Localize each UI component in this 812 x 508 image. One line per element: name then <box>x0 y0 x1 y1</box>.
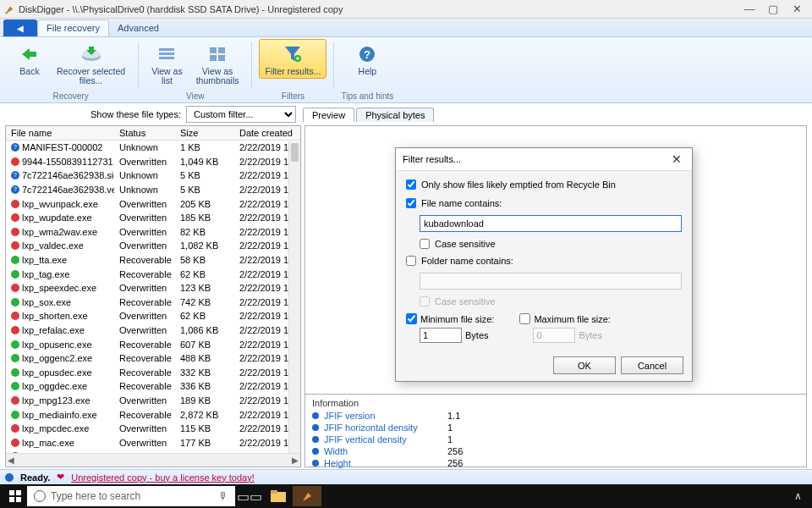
info-row: Height256 <box>312 457 799 469</box>
table-row[interactable]: lxp_mediainfo.exeRecoverable2,872 KB2/22… <box>6 407 300 422</box>
group-view-label: View <box>145 91 244 102</box>
license-link[interactable]: Unregistered copy - buy a license key to… <box>71 472 254 483</box>
app-icon <box>3 3 15 15</box>
column-size[interactable]: Size <box>175 126 234 140</box>
table-row[interactable]: lxp_opusenc.exeRecoverable607 KB2/22/201… <box>6 337 300 351</box>
svg-rect-16 <box>16 497 21 502</box>
list-view-icon <box>155 43 178 65</box>
heart-icon: ❤ <box>57 472 64 483</box>
file-type-filter-select[interactable]: Custom filter... <box>186 106 296 123</box>
ok-button[interactable]: OK <box>553 356 616 374</box>
maximize-button[interactable]: ▢ <box>761 2 785 17</box>
column-date[interactable]: Date created <box>234 126 300 140</box>
table-row[interactable]: lxp_tta.exeRecoverable58 KB2/22/2019 11: <box>6 253 300 268</box>
info-row: JFIF horizontal density1 <box>312 422 799 433</box>
max-size-units: Bytes <box>579 330 602 340</box>
back-arrow-icon <box>18 43 41 65</box>
folder-contains-checkbox[interactable] <box>406 256 416 266</box>
svg-point-0 <box>5 12 7 14</box>
tab-file-recovery[interactable]: File recovery <box>37 19 109 36</box>
table-row[interactable]: lxp_mpg123.exeOverwritten189 KB2/22/2019… <box>6 394 300 408</box>
status-indicator-icon <box>5 473 14 482</box>
filter-results-dialog: Filter results... ✕ Only show files like… <box>395 147 693 382</box>
system-tray[interactable]: ∧ <box>787 490 809 502</box>
table-row[interactable]: lxp_refalac.exeOverwritten1,086 KB2/22/2… <box>6 323 300 338</box>
folder-contains-label: Folder name contains: <box>421 256 513 266</box>
tab-advanced[interactable]: Advanced <box>109 20 167 36</box>
table-row[interactable]: 9944-1550839112731144.Overwritten1,049 K… <box>6 155 300 169</box>
svg-rect-8 <box>210 55 217 61</box>
table-row[interactable]: lxp_tag.exeRecoverable62 KB2/22/2019 11: <box>6 267 300 281</box>
file-list[interactable]: ?MANIFEST-000002Unknown1 KB2/22/2019 1:3… <box>6 141 300 453</box>
vertical-scrollbar[interactable] <box>288 141 300 453</box>
file-tab[interactable]: ◀ <box>3 19 37 36</box>
recycle-bin-checkbox[interactable] <box>406 179 416 190</box>
min-size-label: Minimum file size: <box>420 314 494 324</box>
window-title: DiskDigger - \\.\PhysicalDrive0 (harddis… <box>19 4 343 14</box>
minimize-button[interactable]: — <box>738 2 761 17</box>
svg-rect-14 <box>16 490 21 495</box>
window-title-bar: DiskDigger - \\.\PhysicalDrive0 (harddis… <box>0 0 812 19</box>
file-explorer-icon[interactable] <box>264 486 293 506</box>
file-type-filter-label: Show these file types: <box>91 109 181 119</box>
dialog-title: Filter results... <box>403 154 461 164</box>
task-view-icon[interactable]: ▭▭ <box>235 486 264 506</box>
table-row[interactable]: lxp_oggdec.exeRecoverable336 KB2/22/2019… <box>6 379 300 394</box>
tab-preview[interactable]: Preview <box>303 108 354 122</box>
view-thumbnails-button[interactable]: View as thumbnails <box>190 39 245 88</box>
svg-rect-13 <box>9 490 14 495</box>
table-row[interactable]: lxp_valdec.exeOverwritten1,082 KB2/22/20… <box>6 239 300 253</box>
table-row[interactable]: ?MANIFEST-000002Unknown1 KB2/22/2019 1:3 <box>6 141 300 155</box>
view-list-button[interactable]: View as list <box>145 39 189 88</box>
table-row[interactable]: lxp_opusdec.exeRecoverable332 KB2/22/201… <box>6 366 300 380</box>
horizontal-scrollbar[interactable]: ◀▶ <box>6 453 300 467</box>
filename-contains-checkbox[interactable] <box>406 198 416 208</box>
tab-physical-bytes[interactable]: Physical bytes <box>356 108 434 122</box>
table-row[interactable]: lxp_mpcdec.exeOverwritten115 KB2/22/2019… <box>6 422 300 436</box>
ribbon-tabs: ◀ File recovery Advanced <box>0 19 812 37</box>
close-button[interactable]: ✕ <box>785 2 809 17</box>
cancel-button[interactable]: Cancel <box>621 356 683 374</box>
diskdigger-taskbar-icon[interactable] <box>293 486 321 506</box>
table-row[interactable]: lxp_oggenc2.exeRecoverable488 KB2/22/201… <box>6 351 300 366</box>
svg-rect-15 <box>9 497 14 502</box>
table-row[interactable]: ?7c722146ae362938.verUnknown5 KB2/22/201… <box>6 183 300 197</box>
column-filename[interactable]: File name <box>6 126 114 140</box>
min-size-checkbox[interactable] <box>406 313 417 324</box>
table-row[interactable]: lxp_speexdec.exeOverwritten123 KB2/22/20… <box>6 281 300 295</box>
table-row[interactable]: lxp_shorten.exeOverwritten62 KB2/22/2019… <box>6 309 300 323</box>
recover-selected-button[interactable]: Recover selected files... <box>51 39 131 88</box>
table-row[interactable]: lxp_mac.exeOverwritten177 KB2/22/2019 11… <box>6 435 300 450</box>
table-row[interactable]: lxp_wupdate.exeOverwritten185 KB2/22/201… <box>6 211 300 225</box>
table-row[interactable]: lxp_sox.exeRecoverable742 KB2/22/2019 11… <box>6 295 300 310</box>
table-row[interactable]: lxp_wma2wav.exeOverwritten82 KB2/22/2019… <box>6 225 300 240</box>
svg-rect-3 <box>159 48 174 51</box>
file-type-filter-row: Show these file types: Custom filter... <box>0 103 303 125</box>
max-size-label: Maximum file size: <box>534 314 610 324</box>
filename-contains-input[interactable] <box>420 215 682 232</box>
table-row[interactable]: lxp_wvunpack.exeOverwritten205 KB2/22/20… <box>6 196 300 211</box>
min-size-input[interactable] <box>420 328 462 343</box>
min-size-units: Bytes <box>465 330 489 340</box>
filename-contains-label: File name contains: <box>421 198 502 208</box>
svg-text:?: ? <box>364 48 370 61</box>
filename-case-checkbox[interactable] <box>420 239 430 249</box>
group-tips-label: Tips and hints <box>341 91 393 102</box>
table-row[interactable]: ?7c722146ae362938.sigUnknown5 KB2/22/201… <box>6 168 300 183</box>
group-filters-label: Filters <box>259 91 326 102</box>
mic-icon[interactable]: 🎙 <box>218 490 228 502</box>
file-list-panel: File name Status Size Date created ?MANI… <box>5 125 301 467</box>
taskbar-search[interactable]: Type here to search 🎙 <box>27 486 235 506</box>
help-button[interactable]: ? Help <box>348 39 387 79</box>
filter-results-button[interactable]: Filter results... <box>259 39 326 79</box>
recycle-bin-label: Only show files likely emptied from Recy… <box>421 179 616 190</box>
back-button[interactable]: Back <box>10 39 49 79</box>
max-size-checkbox[interactable] <box>519 313 530 324</box>
column-status[interactable]: Status <box>114 126 175 140</box>
start-button[interactable] <box>3 486 27 506</box>
file-list-header: File name Status Size Date created <box>6 126 300 141</box>
svg-rect-6 <box>210 47 217 53</box>
folder-case-checkbox <box>420 296 430 306</box>
thumbnail-view-icon <box>206 43 229 65</box>
dialog-close-button[interactable]: ✕ <box>668 152 685 166</box>
